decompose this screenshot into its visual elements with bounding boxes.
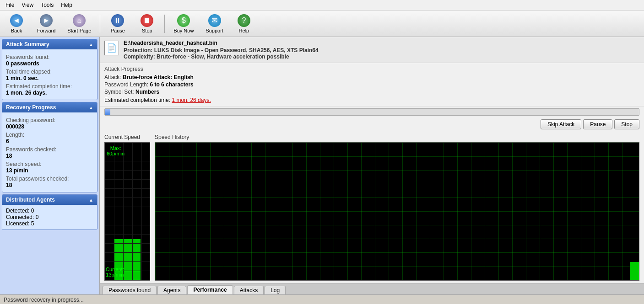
- passwords-found-label: Passwords found:: [6, 54, 93, 60]
- distributed-agents-header[interactable]: Distributed Agents ▲: [2, 195, 97, 205]
- est-completion-value: 1 mon. 26 days.: [172, 97, 211, 103]
- symbol-set-value: Numbers: [135, 89, 159, 95]
- time-elapsed-label: Total time elapsed:: [6, 69, 93, 75]
- progress-bar-container: [104, 108, 639, 116]
- help-label: Help: [239, 28, 249, 33]
- support-button[interactable]: ✉ Support: [200, 12, 228, 36]
- password-length-value: 6 to 6 characters: [150, 81, 193, 88]
- checking-password-value: 000028: [6, 123, 93, 130]
- history-chart: [155, 142, 639, 281]
- statusbar: Password recovery in progress...: [0, 294, 644, 304]
- attack-type-row: Attack: Brute-force Attack: English: [104, 74, 639, 80]
- pause-button[interactable]: ⏸ Pause: [104, 12, 131, 36]
- complexity-prop: Complexity: Brute-force - Slow, Hardware…: [124, 53, 639, 60]
- attack-summary-title: Attack Summary: [6, 41, 49, 48]
- menu-file[interactable]: File: [2, 1, 18, 9]
- tab-performance[interactable]: Performance: [187, 285, 233, 294]
- menubar: File View Tools Help: [0, 0, 644, 11]
- back-icon: ◄: [10, 14, 23, 27]
- right-content: 📄 E:\headers\sha_header_hashcat.bin Prot…: [100, 37, 644, 294]
- complexity-value: Brute-force - Slow, Hardware acceleratio…: [157, 53, 289, 60]
- speed-current-label: Current:13p/min: [106, 267, 124, 277]
- charts-area: Current Speed Max:60p/min Current:13p/mi…: [100, 131, 644, 283]
- length-label: Length:: [6, 132, 93, 138]
- file-icon: 📄: [104, 41, 119, 55]
- current-speed-panel: Current Speed Max:60p/min Current:13p/mi…: [104, 134, 150, 281]
- help-icon: ?: [238, 14, 250, 27]
- startpage-label: Start Page: [67, 28, 91, 33]
- speed-history-panel: Speed History: [155, 134, 639, 281]
- symbol-set-label: Symbol Set:: [104, 89, 134, 95]
- stop-button[interactable]: ⏹ Stop: [133, 12, 161, 36]
- protection-value: LUKS Disk Image - Open Password, SHA256,…: [154, 47, 319, 53]
- speed-max-label: Max:60p/min: [107, 145, 124, 156]
- licensed-value: Licensed: 5: [6, 220, 93, 227]
- statusbar-text: Password recovery in progress...: [4, 297, 84, 303]
- protection-label: Protection:: [124, 47, 152, 53]
- stop-ctrl-button[interactable]: Stop: [614, 119, 639, 129]
- file-path: E:\headers\sha_header_hashcat.bin: [124, 40, 639, 46]
- est-completion-label: Estimated completion time:: [104, 97, 170, 103]
- search-speed-value: 13 p/min: [6, 167, 93, 174]
- recovery-progress-chevron[interactable]: ▲: [89, 105, 93, 110]
- recovery-progress-section: Recovery Progress ▲ Checking password: 0…: [2, 102, 97, 192]
- back-label: Back: [11, 28, 22, 33]
- tab-agents[interactable]: Agents: [157, 286, 186, 294]
- tab-passwords-found[interactable]: Passwords found: [103, 286, 157, 294]
- menu-help[interactable]: Help: [57, 1, 76, 9]
- attack-summary-header[interactable]: Attack Summary ▲: [2, 39, 97, 49]
- tabs-bar: Passwords found Agents Performance Attac…: [100, 283, 644, 294]
- tab-log[interactable]: Log: [265, 286, 286, 294]
- length-value: 6: [6, 138, 93, 144]
- passwords-found-value: 0 passwords: [6, 60, 93, 67]
- distributed-agents-body: Detected: 0 Connected: 0 Licensed: 5: [2, 205, 97, 229]
- stop-label: Stop: [142, 28, 152, 33]
- back-button[interactable]: ◄ Back: [3, 12, 30, 36]
- password-length-row: Password Length: 6 to 6 characters: [104, 81, 639, 88]
- speed-grid: [105, 143, 150, 280]
- distributed-agents-chevron[interactable]: ▲: [89, 197, 93, 203]
- control-buttons: Skip Attack Pause Stop: [100, 117, 644, 131]
- time-elapsed-value: 1 min. 0 sec.: [6, 75, 93, 81]
- tab-attacks[interactable]: Attacks: [234, 286, 264, 294]
- buynow-label: Buy Now: [173, 28, 194, 33]
- total-checked-value: 18: [6, 182, 93, 188]
- menu-view[interactable]: View: [18, 1, 37, 9]
- startpage-button[interactable]: ⌂ Start Page: [62, 12, 96, 36]
- attack-progress-area: Attack Progress Attack: Brute-force Atta…: [100, 63, 644, 107]
- pause-ctrl-button[interactable]: Pause: [583, 119, 612, 129]
- buynow-icon: $: [177, 14, 190, 27]
- help-button[interactable]: ? Help: [230, 12, 258, 36]
- pause-label: Pause: [111, 28, 125, 33]
- password-length-label: Password Length:: [104, 81, 148, 88]
- buynow-button[interactable]: $ Buy Now: [168, 12, 199, 36]
- skip-attack-button[interactable]: Skip Attack: [541, 119, 581, 129]
- toolbar-separator-1: [100, 15, 100, 33]
- attack-summary-chevron[interactable]: ▲: [89, 42, 93, 47]
- forward-icon: ►: [40, 14, 53, 27]
- attack-summary-body: Passwords found: 0 passwords Total time …: [2, 49, 97, 100]
- checking-password-label: Checking password:: [6, 117, 93, 123]
- menu-tools[interactable]: Tools: [37, 1, 57, 9]
- stop-icon: ⏹: [141, 14, 153, 27]
- attack-progress-title: Attack Progress: [104, 66, 639, 72]
- toolbar: ◄ Back ► Forward ⌂ Start Page ⏸ Pause ⏹ …: [0, 11, 644, 37]
- toolbar-separator-2: [164, 15, 165, 33]
- recovery-progress-header[interactable]: Recovery Progress ▲: [2, 102, 97, 112]
- est-completion-row: Estimated completion time: 1 mon. 26 day…: [104, 97, 639, 103]
- complexity-label: Complexity:: [124, 53, 155, 60]
- symbol-set-row: Symbol Set: Numbers: [104, 89, 639, 95]
- forward-button[interactable]: ► Forward: [32, 12, 60, 36]
- passwords-checked-label: Passwords checked:: [6, 146, 93, 153]
- distributed-agents-title: Distributed Agents: [6, 197, 55, 203]
- recovery-progress-title: Recovery Progress: [6, 104, 56, 111]
- left-panel: Attack Summary ▲ Passwords found: 0 pass…: [0, 37, 100, 294]
- connected-value: Connected: 0: [6, 214, 93, 220]
- passwords-checked-value: 18: [6, 153, 93, 159]
- history-bar-area: [630, 262, 639, 280]
- attack-type-label: Attack:: [104, 74, 121, 80]
- search-speed-label: Search speed:: [6, 161, 93, 167]
- file-info-area: 📄 E:\headers\sha_header_hashcat.bin Prot…: [100, 37, 644, 63]
- completion-time-value: 1 mon. 26 days.: [6, 90, 93, 96]
- current-speed-title: Current Speed: [104, 134, 150, 140]
